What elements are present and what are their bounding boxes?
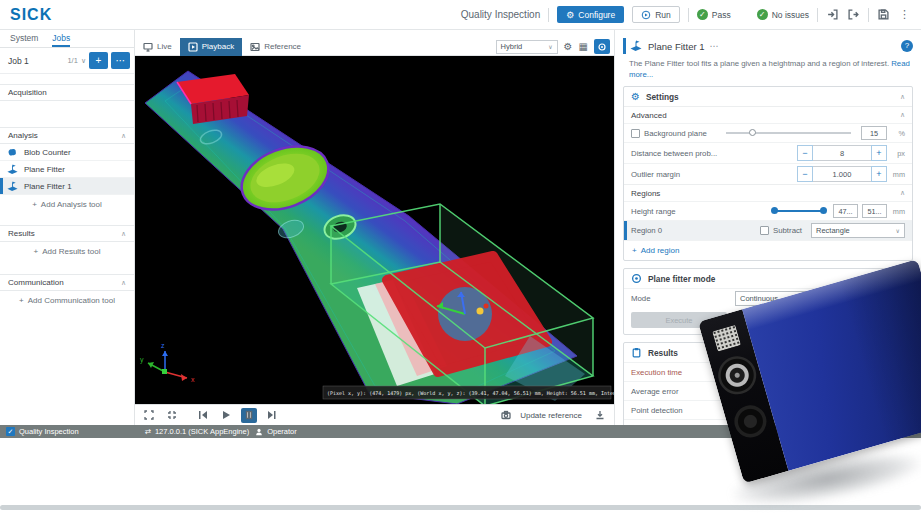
chevron-up-icon[interactable]: ∧ xyxy=(121,230,126,238)
tab-live[interactable]: Live xyxy=(135,38,180,56)
configure-icon: ⚙ xyxy=(566,10,574,20)
axis-gizmo: x y z xyxy=(140,342,195,383)
statusbar-user[interactable]: Operator xyxy=(267,427,297,436)
plus-icon: + xyxy=(34,247,39,256)
fit-view-icon[interactable] xyxy=(164,408,180,423)
camera-icon[interactable] xyxy=(498,408,514,423)
divider xyxy=(688,8,689,22)
pointcloud-scene: x y z (Pixel x, y): (474, 1479) px, (Wor… xyxy=(135,56,614,404)
page: SICK Quality Inspection ⚙ Configure Run … xyxy=(0,0,921,517)
advanced-header[interactable]: Advanced ∧ xyxy=(624,106,912,123)
kebab-menu-icon[interactable]: ⋮ xyxy=(898,8,911,21)
chevron-down-icon: ∨ xyxy=(896,227,900,234)
decrement-button[interactable]: − xyxy=(797,145,813,161)
region-shape-select[interactable]: Rectangle ∨ xyxy=(811,223,905,238)
settings-header[interactable]: ⚙ Settings ∧ xyxy=(624,87,912,106)
sidebar-item-plane-fitter-1[interactable]: Plane Fitter 1 xyxy=(0,178,134,195)
background-plane-checkbox[interactable] xyxy=(631,129,640,138)
chevron-up-icon[interactable]: ∧ xyxy=(900,111,905,119)
subtract-checkbox[interactable] xyxy=(760,226,769,235)
monitor-icon xyxy=(143,42,153,52)
divider xyxy=(548,8,549,22)
height-range-row: Height range 47... 51... mm xyxy=(624,201,912,220)
panel-more-icon[interactable]: ⋯ xyxy=(710,41,719,51)
tab-playback[interactable]: Playback xyxy=(180,38,242,56)
decrement-button[interactable]: − xyxy=(797,166,813,182)
fullscreen-icon[interactable] xyxy=(141,408,157,423)
tab-system[interactable]: System xyxy=(10,33,38,47)
background-plane-slider[interactable] xyxy=(726,132,851,134)
increment-button[interactable]: + xyxy=(871,145,887,161)
layout-grid-icon[interactable]: ▦ xyxy=(579,42,588,52)
view-orientation-button[interactable] xyxy=(594,39,610,54)
section-acquisition[interactable]: Acquisition xyxy=(0,84,134,101)
chevron-up-icon[interactable]: ∧ xyxy=(121,132,126,140)
sick-logo: SICK xyxy=(10,6,52,24)
regions-header[interactable]: Regions ∧ xyxy=(624,184,912,201)
outlier-value[interactable]: 1.000 xyxy=(813,166,871,182)
chevron-up-icon[interactable]: ∧ xyxy=(900,189,905,197)
section-analysis[interactable]: Analysis ∧ xyxy=(0,127,134,144)
settings-card: ⚙ Settings ∧ Advanced ∧ Background plane… xyxy=(623,86,913,261)
settings-gear-icon: ⚙ xyxy=(631,91,640,102)
distance-stepper: − 8 + xyxy=(797,145,887,161)
help-icon[interactable]: ? xyxy=(901,40,913,52)
orbit-icon xyxy=(597,42,607,52)
height-range-min[interactable]: 47... xyxy=(833,204,858,218)
update-reference-button[interactable]: Update reference xyxy=(520,411,582,420)
pause-button[interactable] xyxy=(241,408,257,423)
job-chevron-down-icon[interactable]: ∨ xyxy=(81,57,86,65)
region-0-row[interactable]: Region 0 Subtract Rectangle ∨ xyxy=(624,220,912,240)
playback-toolbar: Update reference xyxy=(135,404,614,425)
image-icon xyxy=(250,42,260,52)
run-button[interactable]: Run xyxy=(632,6,680,23)
step-forward-button[interactable] xyxy=(264,408,280,423)
height-range-slider[interactable] xyxy=(773,210,825,212)
svg-text:z: z xyxy=(161,342,165,349)
display-mode-select[interactable]: Hybrid ∨ xyxy=(496,40,558,54)
app-icon: ✓ xyxy=(6,427,15,436)
viewer-settings-gear-icon[interactable]: ⚙ xyxy=(564,42,573,52)
add-communication-tool-button[interactable]: + Add Communication tool xyxy=(0,291,134,309)
chevron-up-icon[interactable]: ∧ xyxy=(900,93,905,101)
battery-qr-code-sticker xyxy=(712,325,741,352)
plane-fitter-icon xyxy=(6,164,19,175)
cursor-readout: (Pixel x, y): (474, 1479) px, (World x, … xyxy=(323,386,614,399)
job-name[interactable]: Job 1 xyxy=(8,56,64,66)
download-icon[interactable] xyxy=(592,408,608,423)
chevron-up-icon[interactable]: ∧ xyxy=(121,279,126,287)
sign-out-icon[interactable] xyxy=(847,8,860,21)
distance-value[interactable]: 8 xyxy=(813,145,871,161)
add-results-tool-button[interactable]: + Add Results tool xyxy=(0,242,134,260)
pointcloud-3d-view[interactable]: x y z (Pixel x, y): (474, 1479) px, (Wor… xyxy=(135,56,614,404)
plane-fitter-icon xyxy=(629,40,643,52)
job-more-button[interactable]: ⋯ xyxy=(111,52,130,69)
save-icon[interactable] xyxy=(877,8,890,21)
sidebar: System Jobs Job 1 1/1 ∨ + ⋯ Acquisition … xyxy=(0,30,135,425)
sidebar-item-blob-counter[interactable]: Blob Counter xyxy=(0,144,134,161)
job-selector-row: Job 1 1/1 ∨ + ⋯ xyxy=(0,48,134,74)
sidebar-item-plane-fitter[interactable]: Plane Fitter xyxy=(0,161,134,178)
add-analysis-tool-button[interactable]: + Add Analysis tool xyxy=(0,195,134,213)
section-communication[interactable]: Communication ∧ xyxy=(0,274,134,291)
play-button[interactable] xyxy=(218,408,234,423)
configure-button[interactable]: ⚙ Configure xyxy=(557,6,624,23)
tab-reference[interactable]: Reference xyxy=(242,38,309,56)
plus-icon: + xyxy=(32,200,37,209)
height-range-max[interactable]: 51... xyxy=(862,204,887,218)
section-results[interactable]: Results ∧ xyxy=(0,225,134,242)
viewer: Live Playback Reference Hybrid ∨ ⚙ ▦ xyxy=(135,30,614,425)
background-plane-value[interactable]: 15 xyxy=(861,126,887,140)
tab-jobs[interactable]: Jobs xyxy=(52,33,70,47)
skip-to-start-button[interactable] xyxy=(195,408,211,423)
battery-terminal-icon xyxy=(731,402,771,442)
sign-in-icon[interactable] xyxy=(826,8,839,21)
no-issues-check-icon: ✓ xyxy=(757,9,768,20)
connection-icon: ⇄ xyxy=(145,427,151,436)
increment-button[interactable]: + xyxy=(871,166,887,182)
add-job-button[interactable]: + xyxy=(89,52,108,69)
outlier-stepper: − 1.000 + xyxy=(797,166,887,182)
battery-product-photo xyxy=(640,240,921,517)
divider xyxy=(868,8,869,22)
chevron-down-icon: ∨ xyxy=(548,43,552,50)
